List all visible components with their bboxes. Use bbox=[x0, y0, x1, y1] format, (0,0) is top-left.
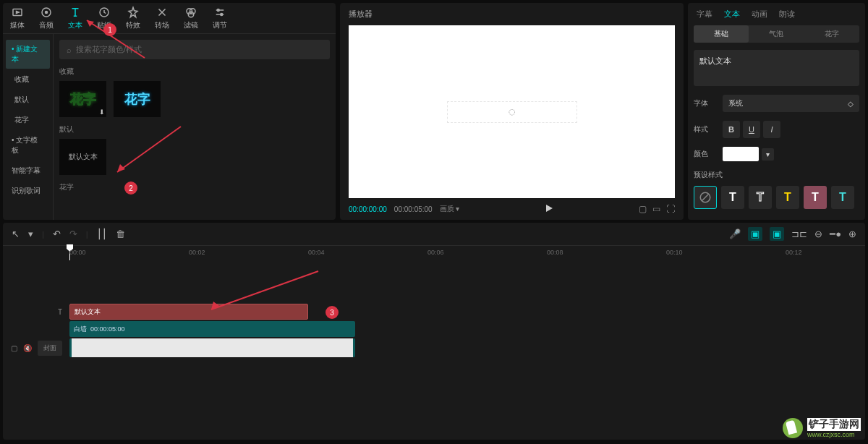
tab-read[interactable]: 朗读 bbox=[779, 9, 795, 20]
style-label: 样式 bbox=[694, 124, 723, 135]
annotation-3: 3 bbox=[326, 306, 339, 319]
preset-label: 预设样式 bbox=[694, 170, 723, 180]
snapshot-icon[interactable]: ▢ bbox=[639, 204, 647, 214]
search-placeholder: 搜索花字颜色/样式 bbox=[76, 44, 142, 55]
preset-4[interactable]: T bbox=[804, 186, 827, 209]
section-huazi: 花字 bbox=[59, 182, 330, 192]
svg-point-8 bbox=[221, 14, 223, 16]
mic-icon[interactable]: 🎤 bbox=[729, 229, 741, 239]
color-label: 颜色 bbox=[694, 149, 723, 159]
tab-text[interactable]: 文本 bbox=[724, 9, 740, 20]
sidebar-favorites[interactable]: 收藏 bbox=[6, 70, 50, 89]
video-clip[interactable] bbox=[69, 338, 355, 357]
cover-button[interactable]: 封面 bbox=[38, 341, 62, 356]
player-title: 播放器 bbox=[340, 3, 684, 25]
text-sidebar: • 新建文本 收藏 默认 花字 • 文字模板 智能字幕 识别歌词 bbox=[3, 34, 54, 220]
underline-button[interactable]: U bbox=[743, 121, 760, 138]
text-track-icon: T bbox=[58, 308, 62, 316]
player-panel: 播放器 ◌ 00:00:00:00 00:00:05:00 画质 ▾ ▢ ▭ ⛶ bbox=[340, 3, 684, 220]
tab-animation[interactable]: 动画 bbox=[752, 9, 767, 20]
section-default: 默认 bbox=[59, 124, 330, 135]
snap-link[interactable]: ▣ bbox=[770, 227, 784, 241]
properties-panel: 字幕 文本 动画 朗读 基础 气泡 花字 字体 系统◇ 样式 B U I 颜色 … bbox=[688, 3, 865, 220]
sidebar-lyrics[interactable]: 识别歌词 bbox=[6, 182, 50, 200]
annotation-1: 1 bbox=[103, 23, 116, 36]
player-canvas[interactable]: ◌ bbox=[349, 25, 675, 198]
annotation-2: 2 bbox=[124, 182, 137, 195]
content-area: ⌕ 搜索花字颜色/样式 收藏 花字⬇ 花字 默认 默认文本 花字 bbox=[54, 34, 336, 220]
text-input[interactable] bbox=[694, 50, 859, 86]
quality-select[interactable]: 画质 ▾ bbox=[440, 204, 460, 214]
preset-1[interactable]: T bbox=[721, 186, 744, 209]
section-favorites: 收藏 bbox=[59, 67, 330, 77]
tool-audio[interactable]: 音频 bbox=[39, 6, 54, 30]
timeline-panel: ↖ ▾ | ↶ ↷ | ⎮⎮ 🗑 🎤 ▣ ▣ ⊐⊏ ⊖ ━● ⊕ 00:00 0… bbox=[3, 223, 865, 440]
sidebar-template[interactable]: • 文字模板 bbox=[6, 131, 50, 160]
play-button[interactable] bbox=[467, 204, 631, 214]
tool-effect[interactable]: 特效 bbox=[126, 6, 140, 30]
watermark: 铲子手游网 www.czjxsc.com bbox=[783, 418, 861, 438]
watermark-logo bbox=[783, 418, 803, 438]
sidebar-new-text[interactable]: • 新建文本 bbox=[6, 40, 50, 69]
sidebar-caption[interactable]: 智能字幕 bbox=[6, 161, 50, 180]
top-toolbar: 媒体 音频 文本 贴纸 特效 转场 滤镜 调节 bbox=[3, 3, 336, 34]
time-total: 00:00:05:00 bbox=[394, 205, 433, 213]
tool-adjust[interactable]: 调节 bbox=[213, 6, 227, 30]
watermark-title: 铲子手游网 bbox=[807, 418, 861, 431]
split-tool[interactable]: ⎮⎮ bbox=[97, 229, 107, 239]
thumb-huazi-1[interactable]: 花字⬇ bbox=[59, 81, 106, 117]
svg-point-7 bbox=[217, 9, 219, 12]
undo-button[interactable]: ↶ bbox=[53, 229, 61, 239]
loading-icon: ◌ bbox=[509, 107, 516, 116]
preset-3[interactable]: T bbox=[776, 186, 799, 209]
video-track-icon: ▢ bbox=[11, 344, 17, 352]
align-icon[interactable]: ⊐⊏ bbox=[791, 229, 807, 239]
subtab-bubble[interactable]: 气泡 bbox=[749, 25, 804, 43]
font-select[interactable]: 系统◇ bbox=[723, 95, 859, 112]
fullscreen-icon[interactable]: ⛶ bbox=[666, 204, 675, 214]
snap-magnet[interactable]: ▣ bbox=[748, 227, 762, 241]
thumb-default-text[interactable]: 默认文本 bbox=[59, 139, 106, 175]
time-current: 00:00:00:00 bbox=[349, 205, 387, 213]
ratio-icon[interactable]: ▭ bbox=[652, 204, 660, 214]
download-icon: ⬇ bbox=[99, 108, 105, 116]
color-swatch[interactable] bbox=[723, 147, 759, 161]
search-icon: ⌕ bbox=[67, 46, 72, 54]
subtab-basic[interactable]: 基础 bbox=[694, 25, 749, 43]
sidebar-default[interactable]: 默认 bbox=[6, 90, 50, 109]
bold-button[interactable]: B bbox=[723, 121, 740, 138]
mute-icon[interactable]: 🔇 bbox=[23, 344, 32, 352]
search-bar[interactable]: ⌕ 搜索花字颜色/样式 bbox=[59, 40, 330, 59]
tool-transition[interactable]: 转场 bbox=[155, 6, 169, 30]
font-label: 字体 bbox=[694, 98, 723, 108]
text-clip[interactable]: 默认文本 bbox=[69, 304, 308, 320]
zoom-out-icon[interactable]: ⊖ bbox=[814, 229, 822, 239]
subtab-huazi[interactable]: 花字 bbox=[804, 25, 859, 43]
thumb-huazi-2[interactable]: 花字 bbox=[114, 81, 161, 117]
time-ruler[interactable]: 00:00 00:02 00:04 00:06 00:08 00:10 00:1… bbox=[69, 246, 865, 260]
left-panel: 媒体 音频 文本 贴纸 特效 转场 滤镜 调节 • 新建文本 收藏 默认 花字 … bbox=[3, 3, 336, 220]
tool-media[interactable]: 媒体 bbox=[10, 6, 25, 30]
preset-5[interactable]: T bbox=[831, 186, 854, 209]
tool-text[interactable]: 文本 bbox=[68, 6, 82, 30]
color-dropdown[interactable]: ▾ bbox=[762, 148, 774, 161]
italic-button[interactable]: I bbox=[763, 121, 780, 138]
chevron-icon: ◇ bbox=[848, 100, 854, 108]
redo-button[interactable]: ↷ bbox=[69, 229, 77, 239]
zoom-in-icon[interactable]: ⊕ bbox=[848, 229, 856, 239]
sidebar-huazi[interactable]: 花字 bbox=[6, 111, 50, 129]
selection-tool[interactable]: ▾ bbox=[28, 229, 33, 239]
pointer-tool[interactable]: ↖ bbox=[12, 229, 20, 239]
zoom-slider[interactable]: ━● bbox=[830, 229, 841, 239]
preset-none[interactable] bbox=[694, 186, 717, 209]
audio-clip[interactable]: 白墙 00:00:05:00 bbox=[69, 321, 355, 337]
delete-tool[interactable]: 🗑 bbox=[116, 229, 125, 239]
preset-2[interactable]: T bbox=[749, 186, 772, 209]
svg-point-2 bbox=[46, 12, 48, 14]
tool-filter[interactable]: 滤镜 bbox=[184, 6, 198, 30]
svg-point-6 bbox=[188, 12, 194, 17]
watermark-url: www.czjxsc.com bbox=[807, 431, 861, 438]
tab-subtitle[interactable]: 字幕 bbox=[697, 9, 712, 20]
